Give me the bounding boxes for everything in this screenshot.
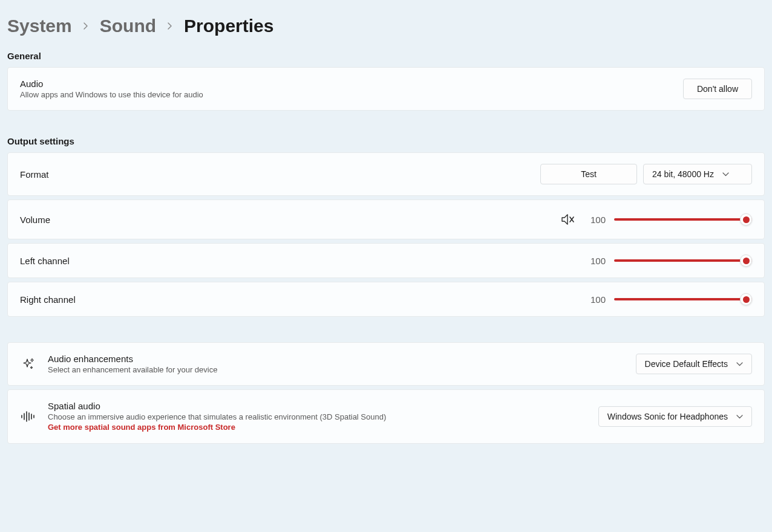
left-channel-label: Left channel: [20, 256, 574, 266]
card-audio: Audio Allow apps and Windows to use this…: [7, 67, 765, 111]
format-select[interactable]: 24 bit, 48000 Hz: [643, 164, 752, 184]
breadcrumb-sound[interactable]: Sound: [100, 16, 156, 36]
audio-subtitle: Allow apps and Windows to use this devic…: [20, 90, 672, 99]
sparkle-icon: [20, 355, 37, 372]
enhancements-subtitle: Select an enhancement available for your…: [48, 365, 625, 374]
chevron-down-icon: [736, 413, 743, 420]
breadcrumb-current: Properties: [184, 16, 273, 36]
section-header-general: General: [7, 51, 765, 67]
audio-title: Audio: [20, 79, 672, 89]
chevron-right-icon: [167, 22, 173, 30]
enhancements-select[interactable]: Device Default Effects: [636, 354, 752, 374]
format-label: Format: [20, 169, 529, 180]
chevron-right-icon: [83, 22, 89, 30]
card-spatial-audio: Spatial audio Choose an immersive audio …: [7, 389, 765, 444]
section-header-output: Output settings: [7, 136, 765, 152]
chevron-down-icon: [722, 170, 729, 178]
left-channel-slider[interactable]: [614, 255, 752, 267]
breadcrumb: System Sound Properties: [7, 7, 765, 51]
test-button[interactable]: Test: [540, 164, 637, 184]
dont-allow-button[interactable]: Don't allow: [683, 79, 752, 99]
spatial-store-link[interactable]: Get more spatial sound apps from Microso…: [48, 423, 235, 432]
card-format: Format Test 24 bit, 48000 Hz: [7, 152, 765, 196]
card-right-channel: Right channel 100: [7, 282, 765, 317]
card-audio-enhancements: Audio enhancements Select an enhancement…: [7, 342, 765, 386]
chevron-down-icon: [736, 360, 743, 368]
soundwave-icon: [20, 408, 37, 425]
volume-slider[interactable]: [614, 213, 752, 225]
speaker-mute-icon[interactable]: [560, 211, 577, 228]
spatial-select-value: Windows Sonic for Headphones: [607, 412, 728, 421]
right-channel-slider[interactable]: [614, 293, 752, 305]
enhancements-title: Audio enhancements: [48, 354, 625, 364]
enhancements-select-value: Device Default Effects: [645, 359, 728, 369]
right-channel-value: 100: [585, 294, 606, 305]
spatial-title: Spatial audio: [48, 401, 587, 411]
volume-value: 100: [585, 215, 606, 225]
breadcrumb-system[interactable]: System: [7, 16, 72, 36]
format-select-value: 24 bit, 48000 Hz: [652, 169, 714, 179]
left-channel-value: 100: [585, 256, 606, 266]
spatial-subtitle: Choose an immersive audio experience tha…: [48, 412, 587, 421]
card-left-channel: Left channel 100: [7, 243, 765, 278]
card-volume: Volume 100: [7, 199, 765, 239]
spatial-select[interactable]: Windows Sonic for Headphones: [598, 406, 752, 427]
volume-label: Volume: [20, 215, 549, 225]
right-channel-label: Right channel: [20, 294, 574, 305]
